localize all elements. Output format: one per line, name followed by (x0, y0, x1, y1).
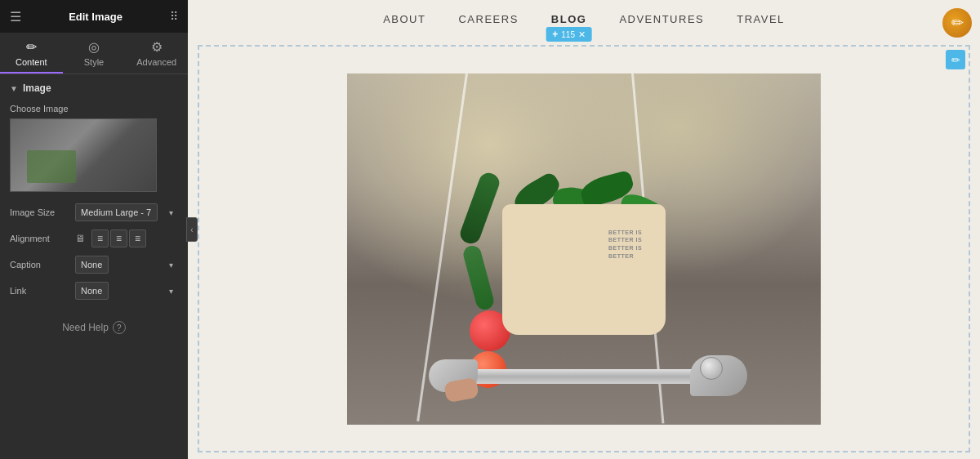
section-label: Image (23, 82, 51, 94)
tab-content[interactable]: ✏ Content (0, 33, 63, 74)
tab-content-label: Content (16, 57, 47, 67)
blog-badge: + 115 ✕ (546, 27, 592, 42)
alignment-label: Alignment (10, 234, 69, 243)
badge-plus: + (552, 29, 558, 40)
top-right-edit-icon[interactable]: ✏ (942, 8, 972, 38)
link-label: Link (10, 286, 69, 296)
advanced-tab-icon: ⚙ (151, 39, 163, 55)
choose-image-label: Choose Image (10, 104, 178, 114)
content-area: ✏ (198, 45, 970, 452)
help-icon[interactable]: ? (113, 321, 126, 334)
panel-header: ☰ Edit Image ⠿ (0, 0, 188, 33)
tab-style[interactable]: ◎ Style (63, 33, 126, 74)
image-size-select[interactable]: Medium Large - 7 (75, 203, 158, 221)
bike-image: BETTER IS BETTER IS BETTER IS BETTER (347, 74, 821, 425)
align-buttons: ≡ ≡ ≡ (91, 230, 146, 247)
handlebar-bar (437, 369, 731, 384)
monitor-icon: 🖥 (75, 233, 85, 244)
image-size-label: Image Size (10, 207, 69, 217)
need-help-section: Need Help ? (10, 308, 178, 342)
left-panel: ☰ Edit Image ⠿ ✏ Content ◎ Style ⚙ Advan… (0, 0, 188, 459)
badge-close-button[interactable]: ✕ (578, 29, 586, 40)
nav-about[interactable]: ABOUT (383, 13, 425, 25)
alignment-row: Alignment 🖥 ≡ ≡ ≡ (10, 230, 178, 247)
grocery-bag: BETTER IS BETTER IS BETTER IS BETTER (470, 172, 698, 351)
align-right-button[interactable]: ≡ (129, 230, 146, 247)
nav-adventures[interactable]: ADVENTURES (619, 13, 704, 25)
section-arrow: ▼ (10, 84, 18, 93)
site-navigation: ABOUT CAREERS BLOG + 115 ✕ ADVENTURES TR… (188, 0, 980, 38)
nav-travel[interactable]: TRAVEL (737, 13, 785, 25)
nav-careers[interactable]: CAREERS (458, 13, 518, 25)
badge-count: 115 (561, 30, 575, 39)
caption-select-wrapper: None (75, 256, 178, 274)
link-select-wrapper: None (75, 282, 178, 300)
image-preview-placeholder (11, 119, 156, 191)
align-center-button[interactable]: ≡ (110, 230, 127, 247)
image-preview[interactable] (10, 118, 157, 192)
link-row: Link None (10, 282, 178, 300)
image-size-select-wrapper: Medium Large - 7 (75, 203, 178, 221)
content-tab-icon: ✏ (26, 39, 37, 55)
handlebar-bell (700, 357, 723, 380)
collapse-handle[interactable]: ‹ (186, 217, 198, 242)
tab-style-label: Style (84, 57, 104, 67)
nav-blog[interactable]: BLOG (551, 13, 587, 25)
panel-tabs: ✏ Content ◎ Style ⚙ Advanced (0, 33, 188, 74)
tab-advanced[interactable]: ⚙ Advanced (125, 33, 188, 74)
nav-blog-wrapper: BLOG + 115 ✕ (551, 13, 587, 25)
caption-label: Caption (10, 260, 69, 270)
tab-advanced-label: Advanced (136, 57, 176, 67)
image-size-row: Image Size Medium Large - 7 (10, 203, 178, 221)
grid-icon[interactable]: ⠿ (170, 10, 178, 23)
panel-title: Edit Image (21, 11, 170, 23)
bag-text: BETTER IS BETTER IS BETTER IS BETTER (608, 229, 657, 261)
link-select[interactable]: None (75, 282, 109, 300)
hamburger-icon[interactable]: ☰ (10, 9, 21, 25)
pencil-gold-icon: ✏ (942, 8, 972, 38)
caption-row: Caption None (10, 256, 178, 274)
main-content: ✏ ABOUT CAREERS BLOG + 115 ✕ ADVENTURES … (188, 0, 980, 459)
bag-body: BETTER IS BETTER IS BETTER IS BETTER (502, 204, 666, 335)
edit-image-button[interactable]: ✏ (946, 50, 965, 69)
caption-select[interactable]: None (75, 256, 109, 274)
image-section-header: ▼ Image (10, 82, 178, 94)
main-image: BETTER IS BETTER IS BETTER IS BETTER (347, 74, 821, 425)
handlebar (437, 335, 731, 400)
align-left-button[interactable]: ≡ (91, 230, 109, 247)
need-help-label: Need Help (62, 322, 109, 333)
panel-body: ▼ Image Choose Image Image Size Medium L… (0, 74, 188, 459)
handlebar-right (690, 355, 747, 396)
style-tab-icon: ◎ (88, 39, 100, 55)
